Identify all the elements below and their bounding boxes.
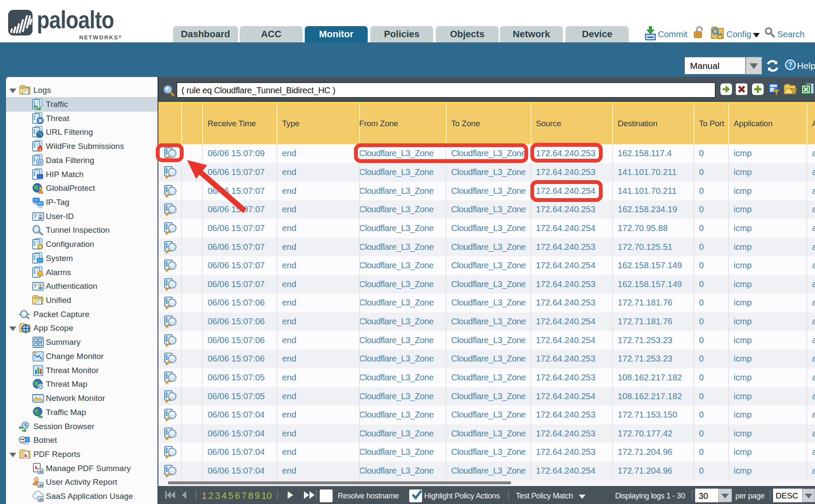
svg-text:?: ? xyxy=(788,61,793,68)
